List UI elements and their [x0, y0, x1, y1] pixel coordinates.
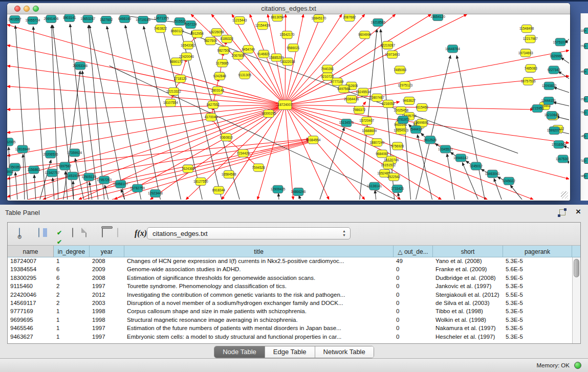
table-row[interactable]: 946362711997Embryonic stem cells: a mode…: [8, 333, 572, 341]
close-panel-icon[interactable]: ×: [576, 207, 581, 217]
graph-node[interactable]: 9245012: [470, 162, 483, 170]
graph-node[interactable]: 9360810: [220, 134, 233, 141]
graph-edge[interactable]: [299, 195, 300, 200]
table-row[interactable]: 2242004622012Investigating the contribut…: [8, 291, 572, 299]
column-header-title[interactable]: title: [124, 246, 394, 257]
graph-node[interactable]: 6497568: [337, 85, 351, 93]
graph-edge[interactable]: [53, 178, 54, 200]
graph-edge[interactable]: [125, 25, 161, 200]
graph-node[interactable]: 12444151: [541, 97, 556, 104]
graph-node[interactable]: 2803144: [211, 86, 225, 94]
tab-network-table[interactable]: Network Table: [315, 346, 374, 358]
graph-node[interactable]: 9227343: [547, 66, 560, 74]
graph-node[interactable]: 26162005: [7, 138, 16, 146]
graph-node[interactable]: 7594528: [252, 164, 265, 171]
graph-node[interactable]: 16946142: [453, 154, 468, 162]
graph-node[interactable]: 8186328: [221, 35, 234, 43]
table-row[interactable]: 977716911998Corpus callosum shape and si…: [8, 308, 572, 316]
graph-node[interactable]: 19218586: [371, 19, 385, 27]
graph-node[interactable]: 16136141: [367, 182, 382, 190]
graph-node[interactable]: 17359924: [67, 149, 82, 157]
graph-node[interactable]: 2067608: [232, 52, 245, 59]
graph-node[interactable]: 19734693: [518, 49, 533, 57]
graph-node[interactable]: 16584588: [222, 170, 236, 178]
graph-node[interactable]: 11675301: [556, 155, 569, 163]
graph-node[interactable]: 12154439: [255, 22, 270, 30]
graph-node[interactable]: 19055724: [26, 17, 40, 25]
graph-edge[interactable]: [510, 185, 522, 200]
column-header-name[interactable]: name: [8, 246, 54, 257]
graph-node[interactable]: 4170040: [205, 114, 218, 121]
graph-node[interactable]: 12975123: [398, 81, 412, 89]
graph-node[interactable]: 8918344: [212, 186, 226, 194]
graph-node[interactable]: 18322038: [280, 58, 295, 65]
create-column-icon[interactable]: [85, 228, 86, 237]
graph-node[interactable]: 9604994: [358, 31, 372, 39]
column-header-year[interactable]: year: [90, 246, 124, 257]
graph-node[interactable]: 16845170: [311, 15, 326, 23]
graph-node[interactable]: 6791972: [397, 116, 410, 124]
column-header-pagerank[interactable]: pagerank: [503, 246, 572, 257]
graph-node[interactable]: 18107554: [163, 99, 178, 106]
table-row[interactable]: 969969511998Structural magnetic resonanc…: [8, 316, 572, 324]
graph-node[interactable]: 12219287: [380, 41, 395, 49]
graph-edge[interactable]: [34, 175, 36, 200]
graph-node[interactable]: 12213322: [166, 87, 181, 95]
graph-node[interactable]: 2718120: [174, 75, 187, 82]
graph-node[interactable]: 9586021: [287, 44, 300, 52]
graph-node[interactable]: 15542170: [280, 31, 295, 39]
delete-column-icon[interactable]: [102, 228, 103, 237]
graph-node[interactable]: 18757516: [521, 77, 536, 85]
graph-node[interactable]: 7234420: [237, 149, 250, 157]
graph-node[interactable]: 1733426: [391, 185, 404, 192]
tab-node-table[interactable]: Node Table: [214, 346, 265, 358]
graph-node[interactable]: 8427552: [207, 101, 220, 108]
graph-node[interactable]: 14866246: [291, 188, 306, 195]
graph-node[interactable]: 15134575: [339, 119, 354, 127]
graph-node[interactable]: 3175685: [216, 59, 229, 67]
select-attributes-icon[interactable]: [57, 228, 62, 246]
column-visibility-icon[interactable]: [38, 228, 39, 237]
graph-edge[interactable]: [40, 160, 51, 200]
graph-node[interactable]: 8903141: [63, 14, 76, 22]
graph-edge[interactable]: [285, 105, 533, 110]
graph-node[interactable]: 18226058: [209, 29, 224, 36]
graph-edge[interactable]: [7, 86, 285, 105]
graph-edge[interactable]: [494, 179, 502, 200]
graph-node[interactable]: 16782759: [130, 184, 145, 192]
graph-node[interactable]: 9329966: [550, 52, 563, 60]
graph-node[interactable]: 18807249: [369, 139, 384, 146]
graph-node[interactable]: 9131305: [238, 71, 252, 79]
graph-node[interactable]: 8660123: [171, 28, 184, 35]
attribute-settings-icon[interactable]: [19, 228, 20, 237]
graph-node[interactable]: 9210720: [321, 73, 334, 80]
graph-node[interactable]: 12923448: [148, 189, 163, 197]
graph-node[interactable]: 7986372: [353, 106, 366, 114]
column-header-short[interactable]: short: [433, 246, 503, 257]
graph-node[interactable]: 9827509: [204, 37, 217, 45]
graph-node[interactable]: 7485083: [525, 64, 538, 72]
graph-edge[interactable]: [90, 182, 92, 200]
graph-node[interactable]: 9612528: [424, 136, 437, 144]
graph-node[interactable]: 8215953: [531, 104, 545, 112]
graph-node[interactable]: 9242848: [213, 72, 227, 80]
graph-node[interactable]: 7624360: [182, 165, 195, 172]
table-vertical-scrollbar[interactable]: [572, 257, 580, 343]
graph-edge[interactable]: [563, 146, 569, 148]
graph-node[interactable]: 9890170: [170, 58, 183, 65]
graph-edge[interactable]: [561, 57, 569, 63]
graph-node[interactable]: 9115460: [416, 103, 428, 111]
window-resize-grip[interactable]: [561, 191, 568, 199]
graph-edge[interactable]: [285, 105, 365, 200]
graph-edge[interactable]: [375, 190, 376, 200]
graph-node[interactable]: 9463627: [403, 97, 416, 104]
graph-node[interactable]: 20206536: [43, 150, 58, 158]
graph-edge[interactable]: [7, 105, 285, 156]
graph-node[interactable]: 6216052: [382, 100, 395, 107]
graph-node[interactable]: 19384554: [306, 136, 321, 144]
graph-node[interactable]: 8813054: [271, 14, 284, 21]
graph-node[interactable]: 8912954: [191, 30, 204, 38]
graph-edge[interactable]: [398, 193, 400, 200]
graph-node[interactable]: 10345571: [438, 145, 453, 153]
table-row[interactable]: 1938455462009Genome-wide association stu…: [8, 266, 572, 274]
